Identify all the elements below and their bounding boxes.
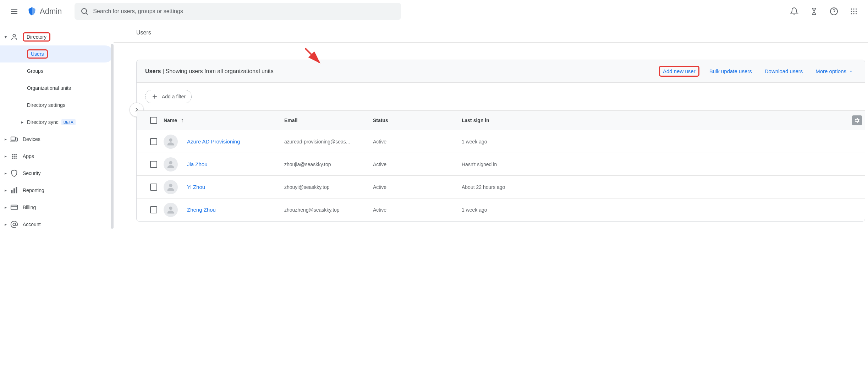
svg-point-40 <box>169 184 172 187</box>
column-header-email[interactable]: Email <box>284 118 373 123</box>
table-row[interactable]: Zheng Zhouzhouzheng@seaskky.topActive1 w… <box>137 198 865 221</box>
more-options-label: More options <box>815 68 846 74</box>
app-header: Admin <box>0 0 868 23</box>
column-header-status[interactable]: Status <box>373 118 462 123</box>
user-email: zhoujia@seaskky.top <box>284 162 373 167</box>
svg-point-25 <box>15 156 17 157</box>
bulk-update-users-link[interactable]: Bulk update users <box>707 66 755 76</box>
table-settings-button[interactable] <box>852 115 862 125</box>
bar-chart-icon <box>10 186 18 194</box>
sidebar-item-reporting[interactable]: ▸ Reporting <box>0 182 114 199</box>
at-sign-icon <box>10 220 18 228</box>
apps-icon <box>10 153 18 159</box>
credit-card-icon <box>10 203 18 211</box>
select-all-checkbox[interactable] <box>150 117 157 124</box>
sidebar-item-devices[interactable]: ▸ Devices <box>0 131 114 148</box>
help-button[interactable] <box>825 3 842 20</box>
panel-title-bold: Users <box>145 68 161 74</box>
user-email: zhouzheng@seaskky.top <box>284 207 373 213</box>
sidebar-item-label: Apps <box>23 153 34 159</box>
apps-launcher-button[interactable] <box>845 3 862 20</box>
user-name-link[interactable]: Yi Zhou <box>187 184 205 190</box>
user-status: Active <box>373 139 462 145</box>
svg-rect-18 <box>16 138 18 141</box>
sidebar-item-apps[interactable]: ▸ Apps <box>0 148 114 165</box>
download-users-link[interactable]: Download users <box>762 66 806 76</box>
notifications-button[interactable] <box>786 3 803 20</box>
svg-point-12 <box>856 11 857 12</box>
sidebar-item-directory[interactable]: ▼ Directory <box>0 28 114 45</box>
column-header-last-sign-in[interactable]: Last sign in <box>462 118 862 123</box>
svg-point-9 <box>856 9 857 10</box>
row-checkbox[interactable] <box>150 206 157 213</box>
search-icon <box>80 7 89 16</box>
gear-icon <box>854 117 860 124</box>
chevron-down-icon <box>848 69 853 74</box>
sidebar-item-directory-settings[interactable]: Directory settings <box>0 97 114 114</box>
sidebar-item-label: Reporting <box>23 187 44 193</box>
main-content: Users Users | Showing users from all org… <box>114 23 868 233</box>
row-checkbox[interactable] <box>150 184 157 191</box>
help-icon <box>830 7 838 16</box>
bell-icon <box>790 7 798 16</box>
user-last-sign-in: About 22 hours ago <box>462 184 862 190</box>
sort-ascending-icon: ↑ <box>181 117 183 124</box>
svg-point-14 <box>853 13 854 14</box>
user-name-link[interactable]: Zheng Zhou <box>187 207 216 213</box>
devices-icon <box>10 135 18 143</box>
search-bar[interactable] <box>75 3 401 20</box>
row-checkbox[interactable] <box>150 138 157 145</box>
add-filter-button[interactable]: Add a filter <box>145 90 192 103</box>
chevron-down-icon: ▼ <box>3 34 9 39</box>
app-name: Admin <box>40 7 62 16</box>
tasks-button[interactable] <box>806 3 823 20</box>
search-input[interactable] <box>89 8 395 15</box>
svg-point-3 <box>82 9 87 13</box>
breadcrumb-users: Users <box>136 29 151 36</box>
chevron-right-icon: ▸ <box>3 205 9 210</box>
user-status: Active <box>373 184 462 190</box>
sidebar-item-groups[interactable]: Groups <box>0 62 114 80</box>
svg-point-7 <box>851 9 852 10</box>
hamburger-icon <box>10 7 18 16</box>
sidebar-item-organizational-units[interactable]: Organizational units <box>0 80 114 97</box>
sidebar-item-users[interactable]: Users <box>0 45 114 62</box>
app-logo[interactable]: Admin <box>27 6 62 16</box>
svg-point-21 <box>13 154 15 155</box>
chevron-right-icon: ▸ <box>3 137 9 142</box>
table-row[interactable]: Jia Zhouzhoujia@seaskky.topActiveHasn't … <box>137 153 865 176</box>
column-header-name[interactable]: Name ↑ <box>164 117 284 124</box>
table-row[interactable]: Azure AD Provisioningazuread-provisionin… <box>137 130 865 153</box>
shield-icon <box>10 169 18 177</box>
row-checkbox[interactable] <box>150 161 157 168</box>
sidebar-item-label: Directory settings <box>27 102 65 108</box>
more-options-button[interactable]: More options <box>813 66 856 76</box>
sidebar-item-billing[interactable]: ▸ Billing <box>0 199 114 216</box>
svg-point-27 <box>13 157 15 159</box>
menu-button[interactable] <box>6 3 23 20</box>
sidebar-item-directory-sync[interactable]: ▸ Directory sync BETA <box>0 114 114 131</box>
breadcrumb: Users <box>114 23 868 43</box>
header-actions <box>786 3 862 20</box>
chevron-right-icon: ▸ <box>3 171 9 176</box>
sidebar-item-label: Devices <box>23 136 40 142</box>
sidebar-item-label: Billing <box>23 205 36 210</box>
column-label: Name <box>164 118 177 123</box>
sidebar-scrollbar[interactable] <box>111 44 114 229</box>
column-label: Status <box>373 118 388 123</box>
hourglass-icon <box>810 7 818 15</box>
add-new-user-link[interactable]: Add new user <box>659 66 699 77</box>
sidebar-item-security[interactable]: ▸ Security <box>0 165 114 182</box>
svg-point-16 <box>13 34 15 37</box>
svg-point-20 <box>12 154 13 155</box>
user-name-link[interactable]: Jia Zhou <box>187 161 208 167</box>
person-icon <box>166 159 176 169</box>
table-row[interactable]: Yi Zhouzhouyi@seaskky.topActiveAbout 22 … <box>137 176 865 198</box>
sidebar-item-account[interactable]: ▸ Account <box>0 216 114 233</box>
svg-point-8 <box>853 9 854 10</box>
users-panel: Users | Showing users from all organizat… <box>136 60 865 222</box>
user-name-link[interactable]: Azure AD Provisioning <box>187 138 240 145</box>
plus-icon <box>151 93 158 100</box>
avatar <box>164 157 178 171</box>
beta-badge: BETA <box>61 119 76 125</box>
